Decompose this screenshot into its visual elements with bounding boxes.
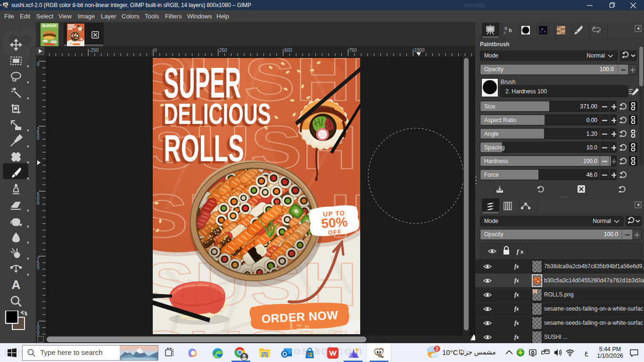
svg-text:مستقل: مستقل [280, 318, 337, 334]
svg-text:x: x [520, 249, 524, 255]
svg-text:c: c [504, 30, 506, 35]
svg-text:BURGER: BURGER [42, 24, 57, 27]
svg-text:b: b [509, 27, 512, 33]
svg-text:A: A [12, 278, 21, 292]
svg-text:50%: 50% [321, 214, 348, 231]
svg-text:f: f [517, 248, 520, 255]
svg-text:DELICIOUS: DELICIOUS [164, 97, 271, 130]
svg-text:ROLLS: ROLLS [164, 127, 244, 169]
svg-text:2: 2 [436, 346, 438, 352]
svg-text:OFF: OFF [328, 229, 342, 236]
svg-text:ع: ع [585, 349, 588, 357]
